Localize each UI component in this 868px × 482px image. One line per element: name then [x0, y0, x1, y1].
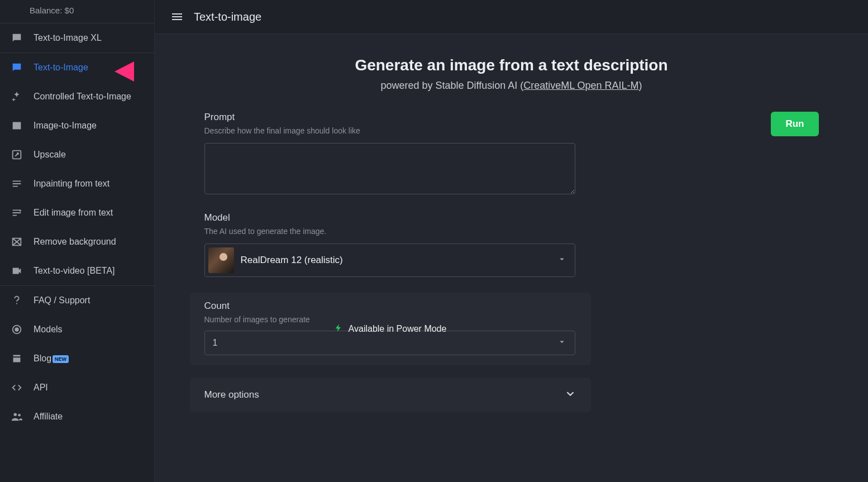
edit-icon: [10, 206, 23, 219]
nav-label: Affiliate: [34, 412, 63, 422]
message-icon: [10, 61, 23, 74]
target-icon: [10, 323, 23, 336]
nav-label: Models: [34, 324, 63, 335]
sidebar-item-remove-background[interactable]: Remove background: [0, 227, 154, 256]
sidebar-item-image-to-image[interactable]: Image-to-Image: [0, 111, 154, 140]
video-icon: [10, 264, 23, 278]
nav-label: API: [34, 383, 48, 393]
nav-label: Text-to-Image XL: [34, 33, 102, 43]
model-selected-text: RealDream 12 (realistic): [241, 255, 550, 266]
prompt-input[interactable]: [204, 143, 575, 194]
prompt-desc: Describe how the final image should look…: [204, 126, 819, 135]
chevron-down-icon: [557, 337, 567, 349]
sidebar-item-controlled-text-to-image[interactable]: Controlled Text-to-Image: [0, 82, 154, 111]
count-section: Count Number of images to generate 1 Ava…: [190, 293, 591, 365]
nav-label: Remove background: [34, 237, 116, 247]
sidebar-item-faq[interactable]: FAQ / Support: [0, 286, 154, 315]
sidebar-item-inpainting[interactable]: Inpainting from text: [0, 169, 154, 198]
sidebar-item-api[interactable]: API: [0, 373, 154, 402]
run-button[interactable]: Run: [771, 112, 818, 136]
remove-bg-icon: [10, 235, 23, 249]
count-select[interactable]: 1: [204, 331, 575, 355]
new-badge: NEW: [53, 355, 69, 363]
prompt-label: Prompt: [204, 112, 819, 123]
nav-label: Edit image from text: [34, 208, 113, 218]
upscale-icon: [10, 148, 23, 161]
nav-label: BlogNEW: [34, 354, 69, 364]
model-field: Model The AI used to generate the image.…: [204, 212, 819, 277]
nav-label: Upscale: [34, 150, 66, 160]
sidebar-item-models[interactable]: Models: [0, 315, 154, 344]
license-link[interactable]: CreativeML Open RAIL-M: [523, 80, 638, 91]
more-options-label: More options: [204, 389, 259, 400]
prompt-field: Prompt Describe how the final image shou…: [204, 112, 819, 197]
count-desc: Number of images to generate: [204, 315, 576, 324]
sidebar-item-edit-image[interactable]: Edit image from text: [0, 198, 154, 227]
sidebar-item-upscale[interactable]: Upscale: [0, 140, 154, 169]
sidebar-item-text-to-image[interactable]: Text-to-Image: [0, 53, 154, 82]
svg-point-3: [14, 413, 17, 417]
code-icon: [10, 381, 23, 394]
topbar: Text-to-image: [155, 0, 868, 34]
control-icon: [10, 90, 23, 103]
model-thumbnail: [208, 247, 234, 273]
nav-label: Image-to-Image: [34, 121, 97, 131]
list-icon: [10, 177, 23, 190]
count-label: Count: [204, 300, 576, 312]
svg-point-4: [18, 414, 21, 417]
message-icon: [10, 31, 23, 45]
help-icon: [10, 294, 23, 307]
model-select[interactable]: RealDream 12 (realistic): [204, 244, 575, 277]
image-icon: [10, 119, 23, 132]
nav-label: Inpainting from text: [34, 179, 109, 189]
nav-label: Controlled Text-to-Image: [34, 92, 131, 102]
nav-label: FAQ / Support: [34, 295, 90, 306]
hero-title: Generate an image from a text descriptio…: [177, 56, 846, 74]
balance-label: Balance: $0: [0, 0, 154, 23]
form-area: Run Prompt Describe how the final image …: [204, 112, 819, 412]
sidebar: Balance: $0 Text-to-Image XL Text-to-Ima…: [0, 0, 155, 482]
chevron-down-icon: [557, 254, 567, 266]
menu-toggle[interactable]: [170, 10, 184, 23]
model-label: Model: [204, 212, 819, 223]
svg-point-2: [15, 328, 18, 331]
sidebar-item-text-to-image-xl[interactable]: Text-to-Image XL: [0, 23, 154, 53]
model-desc: The AI used to generate the image.: [204, 227, 819, 236]
main-area: Text-to-image Generate an image from a t…: [155, 0, 868, 482]
count-value: 1: [213, 338, 557, 348]
page-title: Text-to-image: [194, 11, 261, 23]
nav-label: Text-to-Image: [34, 63, 88, 73]
calendar-icon: [10, 352, 23, 365]
hero: Generate an image from a text descriptio…: [177, 56, 846, 92]
chevron-down-icon: [564, 388, 576, 402]
people-icon: [10, 410, 23, 423]
sidebar-item-text-to-video[interactable]: Text-to-video [BETA]: [0, 256, 154, 285]
sidebar-item-blog[interactable]: BlogNEW: [0, 344, 154, 373]
content: Generate an image from a text descriptio…: [155, 34, 868, 482]
nav-label: Text-to-video [BETA]: [34, 266, 115, 276]
sidebar-item-affiliate[interactable]: Affiliate: [0, 402, 154, 431]
more-options-toggle[interactable]: More options: [190, 378, 591, 412]
hero-subtitle: powered by Stable Diffusion AI (Creative…: [177, 80, 846, 92]
